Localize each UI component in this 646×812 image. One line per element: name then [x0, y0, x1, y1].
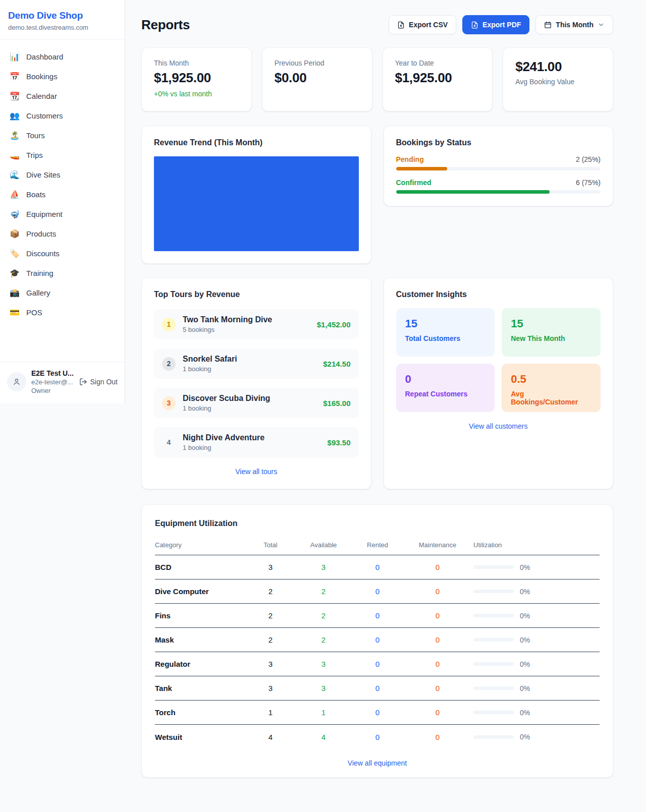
cell-total: 1 — [247, 708, 294, 717]
status-bar-fill — [396, 167, 447, 170]
sidebar-nav: 📊 Dashboard 📅 Bookings 📆 Calendar 👥 Cust… — [0, 40, 125, 362]
insight-tile-new-this-month: 15 New This Month — [502, 308, 601, 357]
tour-amount: $165.00 — [323, 399, 350, 408]
main-content: Reports Export CSV Export PDF This Month… — [141, 0, 613, 778]
sidebar-item-label: Boats — [26, 190, 45, 199]
customers-icon: 👥 — [9, 111, 20, 121]
tour-bookings: 1 booking — [183, 444, 320, 451]
header-actions: Export CSV Export PDF This Month — [389, 15, 613, 34]
sidebar-item-dashboard[interactable]: 📊 Dashboard — [4, 47, 121, 67]
rank-badge: 3 — [162, 396, 176, 410]
col-maintenance: Maintenance — [402, 541, 473, 549]
sidebar-item-training[interactable]: 🎓 Training — [4, 263, 121, 283]
stat-value: $1,925.00 — [154, 70, 239, 86]
status-item-pending: Pending 2 (25%) — [396, 155, 601, 170]
table-row: Wetsuit 4 4 0 0 0% — [155, 725, 600, 749]
top-tours-card: Top Tours by Revenue 1 Two Tank Morning … — [141, 277, 371, 489]
sidebar-item-boats[interactable]: ⛵ Boats — [4, 185, 121, 204]
cell-available: 4 — [294, 733, 353, 741]
view-all-tours-link[interactable]: View all tours — [235, 468, 277, 476]
export-csv-button[interactable]: Export CSV — [389, 15, 456, 34]
user-info: E2E Test U... e2e-tester@... Owner — [31, 369, 74, 394]
sidebar-item-tours[interactable]: 🏝️ Tours — [4, 126, 121, 145]
utilization-bar — [473, 711, 514, 714]
stat-label: This Month — [154, 59, 239, 67]
cell-utilization: 0% — [473, 684, 600, 692]
cell-available: 2 — [294, 611, 353, 620]
top-tours-title: Top Tours by Revenue — [154, 290, 359, 299]
sidebar-item-bookings[interactable]: 📅 Bookings — [4, 67, 121, 86]
bookings-by-status-card: Bookings by Status Pending 2 (25%) Confi… — [384, 126, 614, 206]
sidebar-item-label: Equipment — [26, 210, 63, 218]
user-name: E2E Test U... — [31, 369, 74, 377]
dashboard-icon: 📊 — [9, 52, 20, 62]
sidebar-item-label: Dashboard — [26, 52, 63, 61]
cell-maintenance: 0 — [402, 611, 473, 620]
stat-delta: +0% vs last month — [154, 90, 239, 98]
cell-maintenance: 0 — [402, 708, 473, 717]
tour-bookings: 1 booking — [183, 404, 316, 412]
cell-category: Tank — [155, 684, 247, 692]
sidebar-item-equipment[interactable]: 🤿 Equipment — [4, 204, 121, 224]
sidebar-item-calendar[interactable]: 📆 Calendar — [4, 86, 121, 106]
sidebar-item-trips[interactable]: 🚤 Trips — [4, 145, 121, 165]
sidebar-item-dive-sites[interactable]: 🌊 Dive Sites — [4, 165, 121, 185]
utilization-bar — [473, 565, 514, 569]
equipment-utilization-title: Equipment Utilization — [155, 519, 600, 528]
cell-utilization: 0% — [473, 709, 600, 717]
sidebar-item-customers[interactable]: 👥 Customers — [4, 106, 121, 126]
cell-rented: 0 — [353, 611, 402, 620]
user-box: E2E Test U... e2e-tester@... Owner Sign … — [0, 362, 125, 403]
sidebar-item-label: POS — [26, 308, 42, 317]
cell-maintenance: 0 — [402, 635, 473, 644]
period-dropdown[interactable]: This Month — [535, 15, 613, 34]
bookings-icon: 📅 — [9, 72, 20, 81]
sidebar-item-label: Discounts — [26, 249, 60, 258]
tour-name: Two Tank Morning Dive — [183, 315, 272, 324]
cell-rented: 0 — [353, 733, 402, 741]
sidebar-item-discounts[interactable]: 🏷️ Discounts — [4, 244, 121, 263]
view-all-customers-link[interactable]: View all customers — [469, 422, 527, 430]
cell-available: 3 — [294, 660, 353, 668]
status-bar-track — [396, 190, 601, 194]
cell-utilization: 0% — [473, 612, 600, 620]
cell-category: Wetsuit — [155, 733, 247, 741]
page-header: Reports Export CSV Export PDF This Month — [141, 15, 613, 34]
cell-utilization: 0% — [473, 660, 600, 668]
view-all-equipment-link[interactable]: View all equipment — [348, 759, 407, 767]
sidebar-item-label: Dive Sites — [26, 170, 61, 179]
file-export-icon — [471, 21, 478, 29]
export-pdf-label: Export PDF — [482, 21, 521, 29]
sign-out-button[interactable]: Sign Out — [79, 378, 118, 386]
tour-row: 4 Night Dive Adventure 1 booking $93.50 — [154, 427, 359, 457]
customer-insights-title: Customer Insights — [396, 290, 601, 299]
export-pdf-button[interactable]: Export PDF — [462, 15, 529, 34]
revenue-trend-title: Revenue Trend (This Month) — [154, 138, 359, 147]
bookings-by-status-title: Bookings by Status — [396, 138, 601, 147]
status-count: 2 (25%) — [576, 155, 601, 163]
col-category: Category — [155, 541, 247, 549]
user-role: Owner — [31, 387, 74, 394]
cell-maintenance: 0 — [402, 733, 473, 741]
shop-domain: demo.test.divestreams.com — [8, 24, 117, 31]
cell-rented: 0 — [353, 587, 402, 596]
table-row: Dive Computer 2 2 0 0 0% — [155, 579, 600, 604]
cell-utilization: 0% — [473, 636, 600, 644]
tour-name: Discover Scuba Diving — [183, 394, 270, 402]
cell-total: 2 — [247, 635, 294, 644]
sidebar-item-label: Trips — [26, 151, 43, 159]
sidebar-item-products[interactable]: 📦 Products — [4, 224, 121, 244]
chevron-down-icon — [598, 21, 605, 28]
sidebar-item-label: Products — [26, 229, 56, 238]
stat-card-year-to-date: Year to Date $1,925.00 — [383, 47, 493, 111]
sidebar-item-label: Calendar — [26, 92, 57, 100]
sidebar-item-pos[interactable]: 💳 POS — [4, 303, 121, 322]
tour-amount: $93.50 — [328, 438, 351, 447]
cell-category: Fins — [155, 611, 247, 620]
sign-out-icon — [79, 378, 87, 386]
cell-rented: 0 — [353, 684, 402, 692]
cell-total: 4 — [247, 733, 294, 741]
sidebar-item-gallery[interactable]: 📸 Gallery — [4, 283, 121, 303]
stat-card-this-month: This Month $1,925.00 +0% vs last month — [141, 47, 252, 111]
cell-maintenance: 0 — [402, 587, 473, 596]
